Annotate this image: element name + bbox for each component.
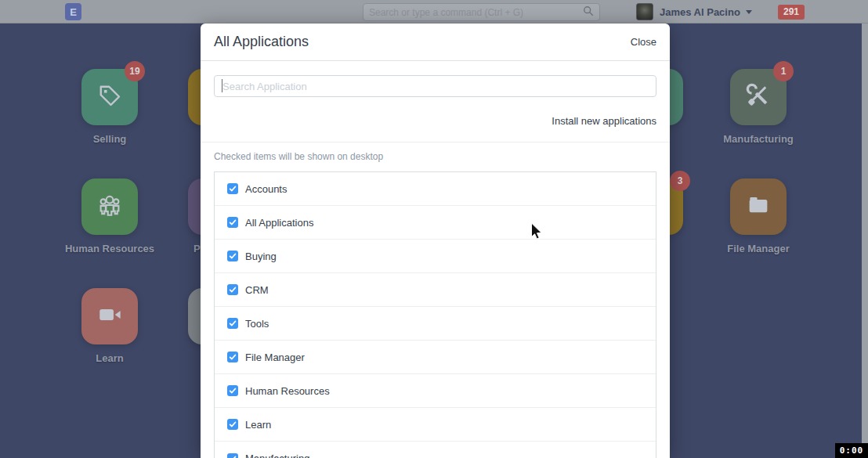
checkbox-buying[interactable]	[227, 251, 238, 261]
all-applications-modal: All Applications Close Install new appli…	[201, 23, 670, 458]
checkbox-all-applications[interactable]	[227, 217, 238, 228]
modal-title: All Applications	[214, 34, 309, 50]
chevron-down-icon	[746, 10, 752, 14]
notifications-count-badge[interactable]: 291	[778, 5, 805, 20]
desktop-icon-human-resources[interactable]	[81, 179, 138, 235]
app-label: Learn	[245, 419, 271, 431]
app-list-item-human-resources[interactable]: Human Resources	[215, 374, 656, 408]
checked-items-hint: Checked items will be shown on desktop	[214, 151, 656, 162]
checkbox-crm[interactable]	[227, 284, 238, 295]
user-menu[interactable]: James Al Pacino	[660, 0, 752, 23]
desktop-icon-file-manager[interactable]	[730, 179, 787, 235]
app-label: CRM	[245, 284, 269, 296]
app-label: File Manager	[245, 352, 305, 363]
modal-body: Install new applications Checked items w…	[201, 61, 670, 458]
app-logo[interactable]: E	[65, 3, 81, 20]
navbar: E James Al Pacino 291	[0, 0, 868, 23]
desktop-icon-label: Selling	[31, 133, 188, 145]
folder-icon	[745, 192, 772, 222]
checkbox-manufacturing[interactable]	[227, 453, 238, 458]
divider	[201, 142, 670, 142]
app-list-item-manufacturing[interactable]: Manufacturing	[215, 442, 656, 458]
count-badge: 1	[773, 61, 794, 81]
app-checklist: AccountsAll ApplicationsBuyingCRMToolsFi…	[214, 171, 656, 458]
search-icon	[583, 5, 594, 20]
desktop-icon-learn[interactable]	[81, 288, 138, 344]
install-new-applications-link[interactable]: Install new applications	[552, 115, 656, 127]
modal-header: All Applications Close	[201, 23, 670, 61]
desktop-icon-label: Manufacturing	[680, 133, 837, 145]
people-icon	[96, 191, 124, 222]
app-list-item-tools[interactable]: Tools	[215, 307, 656, 341]
app-label: All Applications	[245, 217, 313, 229]
application-search-input[interactable]	[214, 75, 656, 97]
tag-icon	[96, 81, 124, 113]
user-name-label: James Al Pacino	[660, 6, 740, 18]
app-list-item-buying[interactable]: Buying	[215, 240, 656, 273]
video-icon	[96, 301, 123, 331]
desktop-icon-label: File Manager	[680, 243, 837, 254]
global-search-box[interactable]	[363, 3, 600, 21]
app-list-item-accounts[interactable]: Accounts	[215, 172, 656, 206]
count-badge: 3	[670, 171, 690, 191]
desktop-icon-label: Learn	[31, 352, 188, 364]
user-avatar[interactable]	[636, 3, 653, 20]
global-search-input[interactable]	[369, 7, 583, 18]
app-label: Buying	[245, 251, 277, 262]
text-caret	[222, 79, 222, 92]
checkbox-human-resources[interactable]	[227, 385, 238, 396]
app-list-item-all-applications[interactable]: All Applications	[215, 206, 656, 240]
screen-recording-timer: 0:00	[835, 443, 868, 458]
app-label: Tools	[245, 318, 269, 330]
checkbox-tools[interactable]	[227, 318, 238, 329]
scrollbar[interactable]	[862, 23, 868, 444]
app-list-item-file-manager[interactable]: File Manager	[215, 341, 656, 374]
app-label: Manufacturing	[245, 453, 309, 458]
desktop-icon-selling[interactable]: 19	[81, 69, 138, 125]
checkbox-accounts[interactable]	[227, 183, 238, 194]
app-list-item-crm[interactable]: CRM	[215, 273, 656, 307]
mouse-cursor	[530, 222, 544, 244]
count-badge: 19	[125, 61, 145, 81]
checkbox-file-manager[interactable]	[227, 352, 238, 362]
tools-icon	[745, 82, 772, 112]
desktop-icon-manufacturing[interactable]: 1	[730, 69, 787, 125]
close-button[interactable]: Close	[631, 36, 656, 48]
app-label: Accounts	[245, 183, 287, 195]
app-list-item-learn[interactable]: Learn	[215, 408, 656, 442]
app-label: Human Resources	[245, 385, 330, 397]
checkbox-learn[interactable]	[227, 419, 238, 430]
desktop-icon-label: Human Resources	[31, 243, 188, 254]
